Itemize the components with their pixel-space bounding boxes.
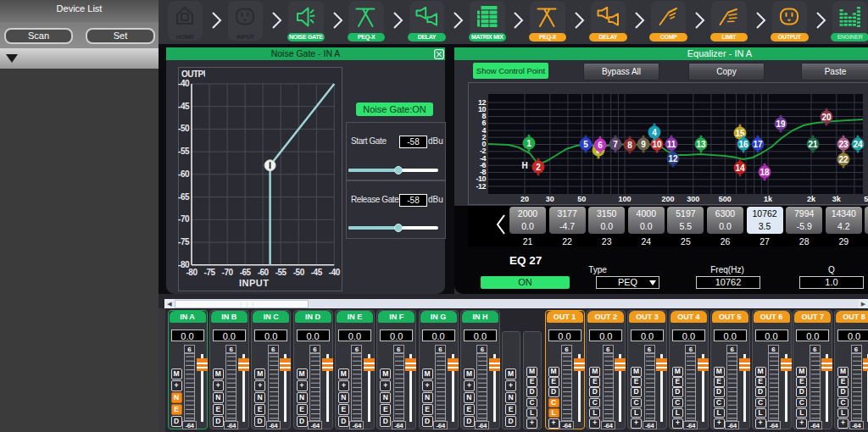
svg-text:11: 11 [667, 140, 676, 149]
svg-text:18: 18 [760, 168, 770, 177]
svg-text:5: 5 [583, 140, 588, 149]
svg-text:13: 13 [696, 140, 706, 149]
svg-text:2: 2 [536, 163, 541, 172]
svg-text:H: H [521, 161, 527, 170]
svg-text:4: 4 [652, 128, 657, 137]
svg-text:22: 22 [838, 155, 849, 164]
svg-text:9: 9 [641, 140, 646, 149]
svg-text:21: 21 [808, 140, 818, 149]
svg-text:14: 14 [735, 163, 745, 173]
svg-text:24: 24 [853, 140, 863, 149]
svg-text:16: 16 [738, 140, 748, 149]
svg-text:6: 6 [598, 141, 603, 150]
svg-text:7: 7 [613, 140, 618, 149]
svg-text:1: 1 [526, 139, 531, 148]
svg-text:19: 19 [776, 119, 786, 129]
svg-text:8: 8 [627, 141, 632, 150]
svg-text:23: 23 [838, 140, 849, 149]
svg-text:17: 17 [753, 140, 763, 149]
svg-text:12: 12 [668, 154, 678, 163]
svg-text:20: 20 [821, 113, 832, 122]
